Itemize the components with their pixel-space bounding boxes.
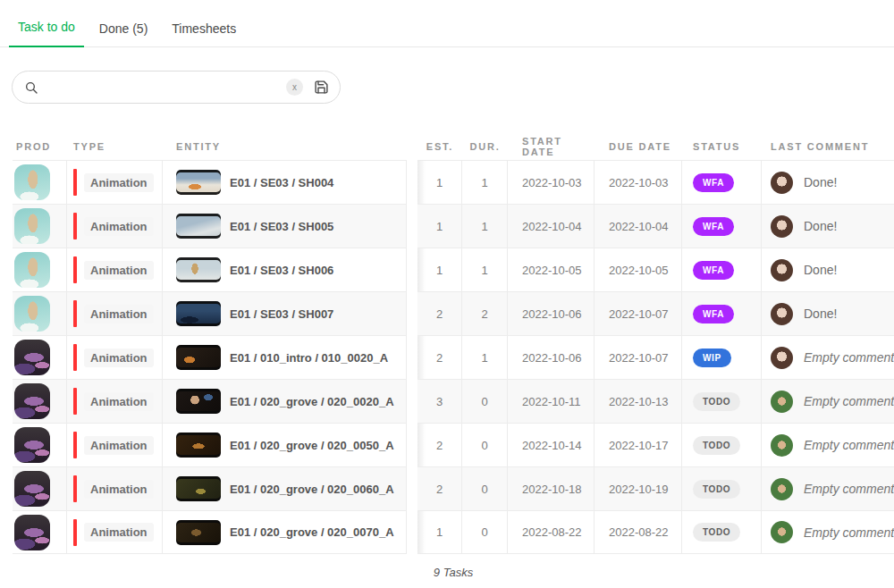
last-comment-text: Empty comment xyxy=(804,394,894,408)
task-row[interactable]: Animation E01 / SE03 / SH006 1 1 2022-10… xyxy=(13,248,894,291)
last-comment-text: Empty comment xyxy=(804,350,894,365)
due-date-value: 2022-10-04 xyxy=(595,204,682,248)
entity-name: E01 / 020_grove / 020_0060_A xyxy=(230,483,394,496)
tab-label: Timesheets xyxy=(172,21,236,36)
commenter-avatar xyxy=(771,303,793,325)
status-badge: WFA xyxy=(693,217,734,236)
task-type-label: Animation xyxy=(84,173,154,192)
duration-value: 1 xyxy=(462,248,508,291)
entity-name: E01 / 020_grove / 020_0070_A xyxy=(230,525,394,539)
start-date-value: 2022-10-03 xyxy=(508,160,595,204)
estimation-value: 1 xyxy=(417,510,462,554)
task-type-color-bar xyxy=(73,213,77,239)
last-comment-text: Done! xyxy=(804,175,837,189)
task-row[interactable]: Animation E01 / 020_grove / 020_0020_A 3… xyxy=(13,379,894,423)
save-icon xyxy=(314,80,329,95)
duration-value: 0 xyxy=(462,466,508,510)
tab-done-5[interactable]: Done (5) xyxy=(90,21,156,47)
task-type-color-bar xyxy=(73,300,77,327)
duration-value: 0 xyxy=(462,510,508,554)
tab-timesheets[interactable]: Timesheets xyxy=(163,21,245,47)
task-row[interactable]: Animation E01 / 020_grove / 020_0070_A 1… xyxy=(13,510,894,554)
production-thumbnail xyxy=(14,164,50,200)
task-type-color-bar xyxy=(73,475,77,502)
shot-thumbnail xyxy=(176,214,221,239)
header-type: TYPE xyxy=(67,133,163,160)
status-badge: TODO xyxy=(693,436,740,455)
header-start-date: START DATE xyxy=(508,133,595,160)
status-badge: TODO xyxy=(693,480,740,499)
tab-label: Task to do xyxy=(18,20,75,34)
search-input[interactable] xyxy=(46,80,279,95)
task-type-label: Animation xyxy=(84,523,154,542)
shot-thumbnail xyxy=(176,170,221,195)
production-thumbnail xyxy=(14,208,50,244)
clear-search-button[interactable]: x xyxy=(286,79,303,96)
production-thumbnail xyxy=(14,340,50,375)
last-comment-text: Empty comment xyxy=(804,438,894,452)
production-thumbnail xyxy=(14,515,50,550)
production-thumbnail xyxy=(14,471,50,507)
last-comment-text: Empty comment xyxy=(804,482,894,496)
duration-value: 1 xyxy=(462,160,508,204)
task-type-color-bar xyxy=(73,388,77,415)
start-date-value: 2022-10-04 xyxy=(508,204,595,248)
shot-thumbnail xyxy=(176,476,221,501)
commenter-avatar xyxy=(771,521,793,543)
estimation-value: 2 xyxy=(417,423,462,466)
due-date-value: 2022-10-17 xyxy=(595,423,682,466)
task-row[interactable]: Animation E01 / 020_grove / 020_0050_A 2… xyxy=(13,423,894,466)
production-thumbnail xyxy=(14,252,50,288)
commenter-avatar xyxy=(771,347,793,369)
commenter-avatar xyxy=(771,434,793,457)
save-search-button[interactable] xyxy=(314,80,329,95)
entity-name: E01 / SE03 / SH006 xyxy=(230,264,333,277)
task-row[interactable]: Animation E01 / SE03 / SH007 2 2 2022-10… xyxy=(13,291,894,335)
start-date-value: 2022-10-05 xyxy=(508,248,595,291)
task-row[interactable]: Animation E01 / SE03 / SH004 1 1 2022-10… xyxy=(13,160,894,204)
entity-name: E01 / SE03 / SH007 xyxy=(230,307,333,321)
status-badge: TODO xyxy=(693,392,740,411)
header-dur: DUR. xyxy=(462,133,508,160)
status-badge: WIP xyxy=(693,349,731,367)
search-icon xyxy=(24,80,38,95)
entity-name: E01 / 010_intro / 010_0020_A xyxy=(230,351,388,365)
task-table: PROD TYPE ENTITY EST. DUR. START DATE DU… xyxy=(13,133,894,554)
entity-name: E01 / 020_grove / 020_0020_A xyxy=(230,395,394,408)
estimation-value: 2 xyxy=(417,466,462,510)
task-type-label: Animation xyxy=(84,392,154,411)
header-last-comment: LAST COMMENT xyxy=(762,133,894,160)
commenter-avatar xyxy=(771,215,793,238)
last-comment-text: Empty comment xyxy=(804,525,894,540)
header-prod: PROD xyxy=(13,133,67,160)
shot-thumbnail xyxy=(176,345,221,370)
status-badge: WFA xyxy=(693,305,734,323)
estimation-value: 2 xyxy=(417,335,462,379)
duration-value: 1 xyxy=(462,335,508,379)
due-date-value: 2022-10-05 xyxy=(595,248,682,291)
shot-thumbnail xyxy=(176,520,221,545)
task-type-label: Animation xyxy=(84,436,154,455)
commenter-avatar xyxy=(771,478,793,500)
last-comment-text: Done! xyxy=(804,263,837,277)
estimation-value: 2 xyxy=(417,291,462,335)
task-type-label: Animation xyxy=(84,480,154,499)
duration-value: 2 xyxy=(462,291,508,335)
start-date-value: 2022-10-14 xyxy=(508,423,595,466)
header-status: STATUS xyxy=(682,133,762,160)
task-row[interactable]: Animation E01 / SE03 / SH005 1 1 2022-10… xyxy=(13,204,894,248)
due-date-value: 2022-10-07 xyxy=(595,291,682,335)
due-date-value: 2022-10-19 xyxy=(595,466,682,510)
last-comment-text: Done! xyxy=(804,307,837,321)
status-badge: WFA xyxy=(693,261,734,280)
tab-task-to-do[interactable]: Task to do xyxy=(9,20,84,47)
start-date-value: 2022-10-06 xyxy=(508,335,595,379)
task-type-label: Animation xyxy=(84,217,154,236)
task-type-color-bar xyxy=(73,256,77,283)
duration-value: 0 xyxy=(462,423,508,466)
task-row[interactable]: Animation E01 / 010_intro / 010_0020_A 2… xyxy=(13,335,894,379)
task-row[interactable]: Animation E01 / 020_grove / 020_0060_A 2… xyxy=(13,466,894,510)
shot-thumbnail xyxy=(176,301,221,326)
task-type-color-bar xyxy=(73,432,77,458)
due-date-value: 2022-08-22 xyxy=(595,510,682,554)
